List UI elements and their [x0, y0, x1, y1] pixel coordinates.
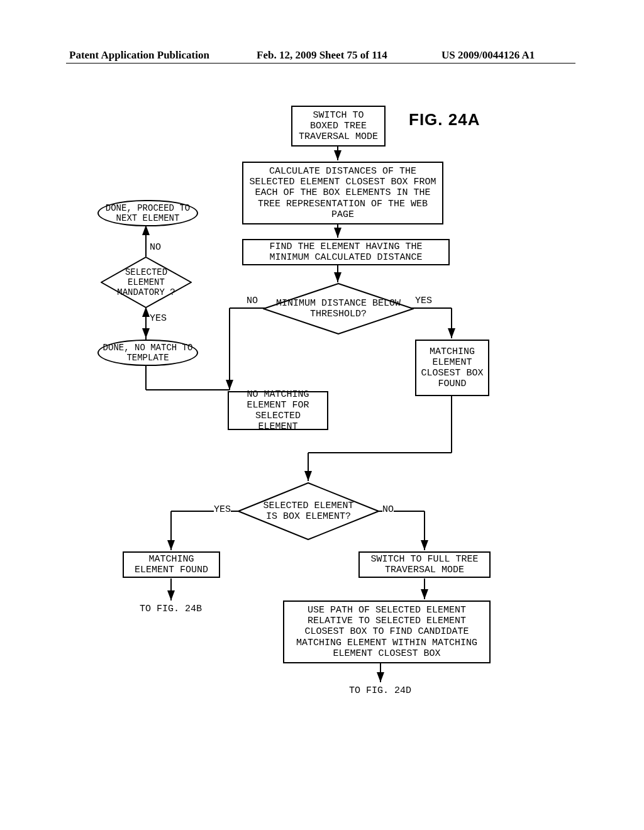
node-text: FIND THE ELEMENT HAVING THE MINIMUM CALC…: [247, 241, 445, 263]
edge-label-yes: YES: [150, 313, 167, 324]
node-no-matching-element: NO MATCHING ELEMENT FOR SELECTED ELEMENT: [228, 391, 328, 430]
edge-label-yes: YES: [415, 296, 432, 306]
node-text: CALCULATE DISTANCES OF THE SELECTED ELEM…: [247, 166, 438, 220]
decision-min-below-threshold: MINIMUM DISTANCE BELOW THRESHOLD?: [263, 283, 414, 335]
node-text: MINIMUM DISTANCE BELOW THRESHOLD?: [275, 298, 401, 320]
node-switch-boxed-tree: SWITCH TO BOXED TREE TRAVERSAL MODE: [291, 106, 386, 147]
flowchart-diagram: SWITCH TO BOXED TREE TRAVERSAL MODE CALC…: [0, 101, 644, 792]
offpage-to-24b: TO FIG. 24B: [140, 604, 202, 614]
node-text: SWITCH TO FULL TREE TRAVERSAL MODE: [364, 554, 486, 576]
decision-element-mandatory: SELECTED ELEMENT MANDATORY ?: [101, 257, 192, 308]
node-closest-box-found: MATCHING ELEMENT CLOSEST BOX FOUND: [415, 340, 489, 396]
node-find-min: FIND THE ELEMENT HAVING THE MINIMUM CALC…: [242, 239, 450, 265]
node-text: MATCHING ELEMENT FOUND: [128, 554, 215, 576]
header-mid: Feb. 12, 2009 Sheet 75 of 114: [257, 49, 387, 62]
node-text: DONE, PROCEED TO NEXT ELEMENT: [99, 203, 197, 223]
node-text: DONE, NO MATCH TO TEMPLATE: [99, 343, 197, 363]
node-matching-element-found: MATCHING ELEMENT FOUND: [123, 551, 220, 578]
node-text: SWITCH TO BOXED TREE TRAVERSAL MODE: [299, 110, 378, 143]
node-text: SELECTED ELEMENT IS BOX ELEMENT?: [255, 501, 362, 523]
node-text: SELECTED ELEMENT MANDATORY ?: [106, 267, 187, 297]
header-left: Patent Application Publication: [69, 49, 209, 62]
node-text: NO MATCHING ELEMENT FOR SELECTED ELEMENT: [233, 389, 323, 433]
edge-label-no: NO: [247, 296, 258, 306]
terminal-done-next: DONE, PROCEED TO NEXT ELEMENT: [97, 200, 198, 226]
header-divider: [66, 63, 575, 64]
decision-is-box-element: SELECTED ELEMENT IS BOX ELEMENT?: [238, 482, 379, 540]
node-switch-full-tree: SWITCH TO FULL TREE TRAVERSAL MODE: [358, 551, 491, 578]
node-text: USE PATH OF SELECTED ELEMENT RELATIVE TO…: [288, 605, 486, 659]
edge-label-yes: YES: [214, 504, 231, 515]
edge-label-no: NO: [382, 504, 394, 515]
edge-label-no: NO: [150, 242, 161, 253]
header-right: US 2009/0044126 A1: [441, 49, 535, 62]
node-use-path: USE PATH OF SELECTED ELEMENT RELATIVE TO…: [283, 600, 491, 663]
node-calculate-distances: CALCULATE DISTANCES OF THE SELECTED ELEM…: [242, 162, 443, 224]
offpage-to-24d: TO FIG. 24D: [349, 685, 411, 696]
terminal-done-no-match: DONE, NO MATCH TO TEMPLATE: [97, 340, 198, 366]
node-text: MATCHING ELEMENT CLOSEST BOX FOUND: [420, 346, 484, 390]
